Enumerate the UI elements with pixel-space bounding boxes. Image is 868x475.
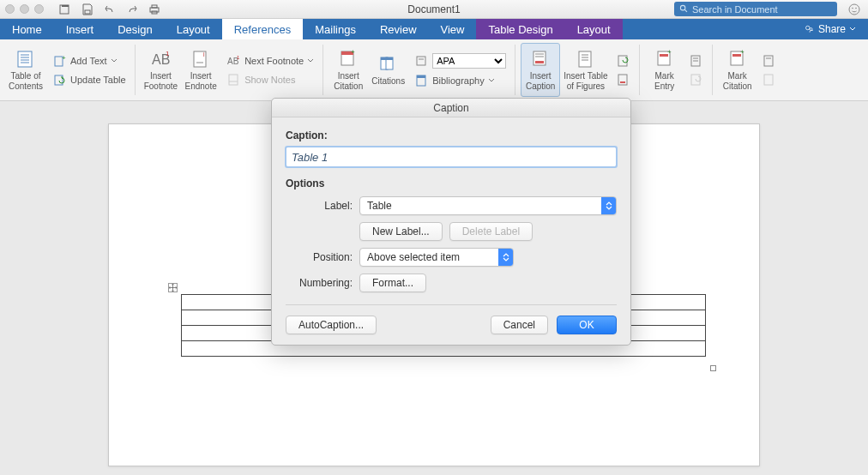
svg-point-8 [849,4,859,15]
citations-pane-button[interactable]: Citations [368,43,408,97]
update-tof-icon[interactable] [613,52,634,69]
customize-qat-icon[interactable] [56,2,75,17]
bibliography-button[interactable]: Bibliography [412,72,509,89]
zoom-window-icon[interactable] [34,4,44,14]
mark-citation-button[interactable]: + Mark Citation [718,43,757,97]
tab-layout[interactable]: Layout [165,19,222,39]
mark-citation-icon: + [727,49,748,69]
svg-rect-63 [764,75,773,85]
svg-rect-41 [535,61,544,63]
insert-caption-label: Insert Caption [526,71,555,91]
style-dropdown[interactable]: APA [432,53,506,69]
share-button[interactable]: Share [793,19,868,39]
insert-index-icon[interactable] [686,52,707,69]
mark-entry-button[interactable]: + Mark Entry [645,43,684,97]
svg-point-6 [680,5,685,10]
group-authorities: + Mark Citation [713,39,785,100]
insert-citation-button[interactable]: + Insert Citation [329,43,368,97]
show-notes-label: Show Notes [244,75,295,85]
bibliography-label: Bibliography [432,75,485,86]
position-select-value: Above selected item [367,251,460,263]
label-select-value: Table [367,200,392,212]
tab-insert[interactable]: Insert [54,19,106,39]
group-index: + Mark Entry [640,39,712,100]
tab-view[interactable]: View [429,19,477,39]
next-footnote-button[interactable]: AB1 Next Footnote [224,52,317,69]
svg-text:+: + [351,49,355,56]
show-notes-button: Show Notes [224,71,317,88]
caption-input[interactable] [286,147,617,167]
cross-reference-icon[interactable] [613,71,634,88]
search-input[interactable]: Search in Document [674,2,837,16]
svg-rect-13 [18,51,32,67]
insert-footnote-button[interactable]: AB1 Insert Footnote [141,43,181,97]
svg-rect-39 [417,75,425,78]
group-footnotes: AB1 Insert Footnote i Insert Endnote AB1… [136,39,323,100]
share-label: Share [818,23,846,35]
svg-point-11 [805,26,810,30]
citations-icon [378,54,399,75]
tab-table-layout[interactable]: Layout [565,19,623,39]
stepper-icon [498,249,513,266]
label-select[interactable]: Table [359,196,617,215]
style-icon [415,54,429,68]
numbering-field-label: Numbering: [286,277,353,289]
undo-icon[interactable] [100,2,119,17]
tab-mailings[interactable]: Mailings [303,19,368,39]
tab-table-design[interactable]: Table Design [476,19,564,39]
ribbon-tabbar: Home Insert Design Layout References Mai… [0,19,868,39]
toc-label1: Table of [11,71,41,81]
insert-toa-icon[interactable] [759,52,780,69]
minimize-window-icon[interactable] [20,4,29,14]
caption-heading: Caption: [286,129,617,141]
footnote-icon: AB1 [150,49,171,69]
search-icon [679,4,689,14]
format-button[interactable]: Format... [359,274,426,292]
svg-rect-28 [229,75,238,85]
chevron-down-icon [307,57,314,64]
close-window-icon[interactable] [5,4,15,14]
cancel-button[interactable]: Cancel [491,316,548,334]
new-label-button[interactable]: New Label... [359,222,443,241]
svg-point-10 [855,7,857,9]
tab-design[interactable]: Design [105,19,164,39]
next-footnote-icon: AB1 [227,54,241,68]
svg-text:+: + [62,54,66,62]
caption-dialog: Caption Caption: Options Label: Table Ne… [271,98,631,346]
citations-label: Citations [371,76,405,87]
feedback-icon[interactable] [846,1,863,18]
position-select[interactable]: Above selected item [359,248,514,267]
move-icon [169,284,177,292]
svg-rect-44 [579,51,591,67]
add-text-button[interactable]: + Add Text [50,52,130,69]
traffic-lights [5,4,44,14]
tof-label: Insert Table of Figures [564,71,608,91]
table-move-handle[interactable] [168,283,178,292]
insert-endnote-button[interactable]: i Insert Endnote [181,43,220,97]
redo-icon[interactable] [123,2,142,17]
update-toa-icon[interactable] [759,71,780,88]
insert-footnote-label: Insert Footnote [144,71,178,91]
table-of-contents-button[interactable]: Table ofContents [5,43,46,97]
svg-rect-4 [152,5,157,8]
insert-caption-icon [530,49,551,69]
tab-home[interactable]: Home [0,19,54,39]
ribbon: Table ofContents + Add Text Update Table… [0,39,868,101]
ok-button[interactable]: OK [557,316,617,334]
mark-entry-label: Mark Entry [654,71,674,91]
insert-caption-button[interactable]: Insert Caption [521,43,560,97]
autocaption-button[interactable]: AutoCaption... [286,316,377,334]
show-notes-icon [227,73,241,87]
update-table-button[interactable]: Update Table [50,71,130,88]
citation-style-select[interactable]: APA [412,51,509,70]
svg-text:1: 1 [237,55,240,60]
update-index-icon[interactable] [686,71,707,88]
update-table-icon [53,73,67,87]
insert-table-of-figures-button[interactable]: Insert Table of Figures [560,43,612,97]
table-resize-handle[interactable] [710,365,716,371]
save-icon[interactable] [78,2,97,17]
tab-references[interactable]: References [222,19,303,39]
tab-review[interactable]: Review [368,19,429,39]
print-icon[interactable] [145,2,164,17]
svg-rect-2 [85,10,90,14]
